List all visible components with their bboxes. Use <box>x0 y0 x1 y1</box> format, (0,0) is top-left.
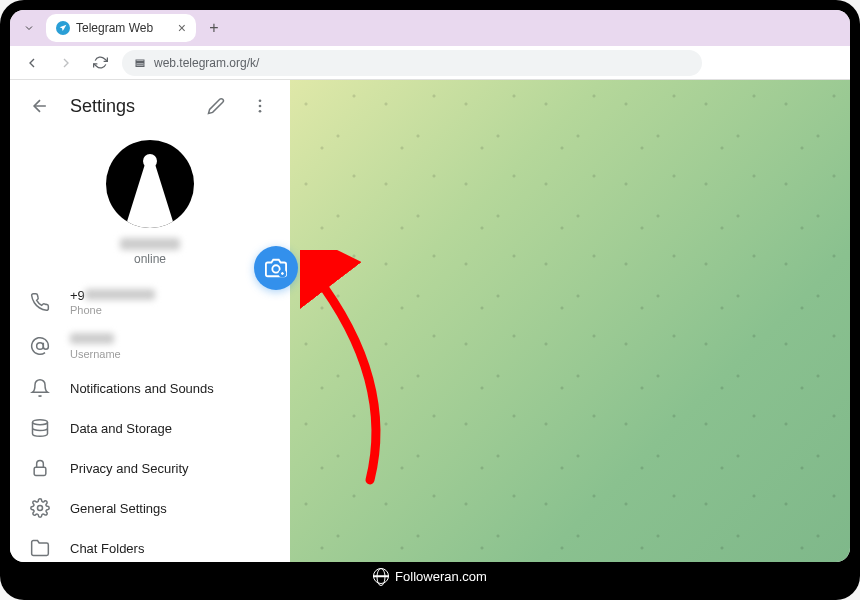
username-label: Username <box>70 348 121 360</box>
menu-data-storage[interactable]: Data and Storage <box>10 408 290 448</box>
camera-plus-icon <box>265 257 287 279</box>
menu-label: Notifications and Sounds <box>70 381 214 396</box>
svg-point-6 <box>259 110 262 113</box>
svg-point-5 <box>259 105 262 108</box>
svg-rect-0 <box>136 60 144 62</box>
telegram-favicon-icon <box>56 21 70 35</box>
more-menu-button[interactable] <box>246 92 274 120</box>
menu-label: Chat Folders <box>70 541 144 556</box>
browser-tab[interactable]: Telegram Web × <box>46 14 196 42</box>
tab-close-icon[interactable]: × <box>178 20 186 36</box>
profile-section: online <box>10 132 290 280</box>
device-frame: Telegram Web × + web.telegram.org/k/ <box>0 0 860 600</box>
menu-label: General Settings <box>70 501 167 516</box>
new-tab-button[interactable]: + <box>202 19 226 37</box>
database-icon <box>30 418 50 438</box>
phone-label: Phone <box>70 304 155 316</box>
folder-icon <box>30 538 50 558</box>
watermark-text: Followeran.com <box>395 569 487 584</box>
browser-toolbar: web.telegram.org/k/ <box>10 46 850 80</box>
gear-icon <box>30 498 50 518</box>
svg-rect-1 <box>136 62 144 64</box>
globe-icon <box>373 568 389 584</box>
settings-panel: Settings online <box>10 80 290 562</box>
avatar-image <box>125 164 175 228</box>
svg-rect-9 <box>34 467 46 475</box>
forward-button[interactable] <box>54 51 78 75</box>
username-value <box>70 332 121 347</box>
bell-icon <box>30 378 50 398</box>
svg-point-4 <box>259 99 262 102</box>
back-button[interactable] <box>20 51 44 75</box>
pattern-overlay <box>290 80 850 562</box>
svg-point-7 <box>37 343 44 350</box>
settings-header: Settings <box>10 80 290 132</box>
menu-chat-folders[interactable]: Chat Folders <box>10 528 290 562</box>
svg-point-10 <box>38 506 43 511</box>
menu-label: Data and Storage <box>70 421 172 436</box>
app-content: Settings online <box>10 80 850 562</box>
watermark-bar: Followeran.com <box>10 562 850 590</box>
profile-status: online <box>134 252 166 266</box>
browser-tab-strip: Telegram Web × + <box>10 10 850 46</box>
lock-icon <box>30 458 50 478</box>
at-icon <box>30 336 50 356</box>
svg-point-12 <box>272 265 279 272</box>
url-text: web.telegram.org/k/ <box>154 56 259 70</box>
chrome-caret-icon[interactable] <box>18 17 40 39</box>
back-arrow-button[interactable] <box>26 92 54 120</box>
avatar[interactable] <box>106 140 194 228</box>
svg-point-8 <box>33 420 48 425</box>
menu-privacy[interactable]: Privacy and Security <box>10 448 290 488</box>
site-settings-icon <box>134 57 146 69</box>
add-photo-fab[interactable] <box>254 246 298 290</box>
phone-icon <box>30 292 50 312</box>
menu-notifications[interactable]: Notifications and Sounds <box>10 368 290 408</box>
username-row[interactable]: Username <box>10 324 290 368</box>
profile-name-redacted <box>120 238 180 250</box>
reload-button[interactable] <box>88 51 112 75</box>
menu-label: Privacy and Security <box>70 461 189 476</box>
svg-rect-2 <box>136 65 144 67</box>
tab-title: Telegram Web <box>76 21 153 35</box>
url-field[interactable]: web.telegram.org/k/ <box>122 50 702 76</box>
phone-value: +9 <box>70 288 155 303</box>
menu-general[interactable]: General Settings <box>10 488 290 528</box>
chat-background <box>290 80 850 562</box>
page-title: Settings <box>70 96 186 117</box>
edit-button[interactable] <box>202 92 230 120</box>
phone-row[interactable]: +9 Phone <box>10 280 290 324</box>
screen: Telegram Web × + web.telegram.org/k/ <box>10 10 850 562</box>
